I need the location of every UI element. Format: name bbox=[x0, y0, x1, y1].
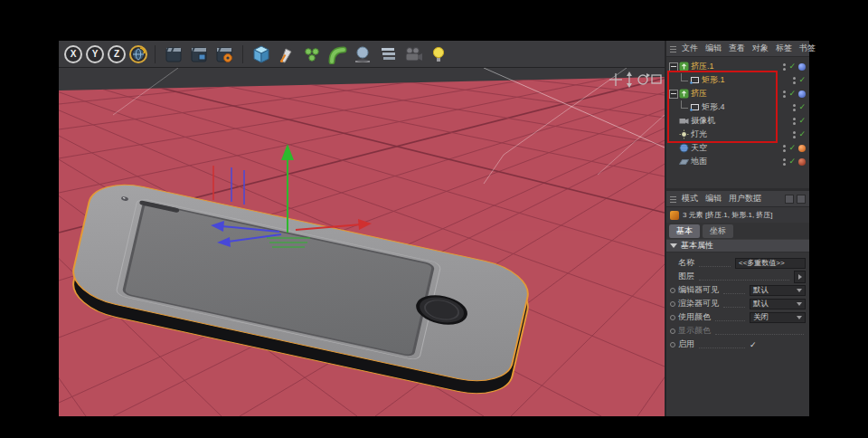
visibility-dots[interactable] bbox=[793, 118, 796, 125]
render-picture-viewer-button[interactable] bbox=[188, 43, 210, 65]
prop-label: 图层 bbox=[678, 271, 694, 282]
menu-objects[interactable]: 对象 bbox=[749, 43, 772, 54]
child-connector bbox=[681, 73, 688, 81]
prop-label: 使用颜色 bbox=[678, 311, 711, 323]
visibility-dots[interactable] bbox=[783, 90, 786, 98]
render-view-icon bbox=[164, 44, 184, 64]
z-axis-lock-button[interactable]: Z bbox=[108, 45, 126, 63]
visibility-dots[interactable] bbox=[783, 158, 786, 166]
x-axis-lock-button[interactable]: X bbox=[64, 45, 82, 63]
object-manager-menu: 文件 编辑 查看 对象 标签 书签 bbox=[666, 41, 809, 57]
visibility-dots[interactable] bbox=[793, 77, 796, 84]
render-view-button[interactable] bbox=[163, 43, 184, 65]
camera-tool-button[interactable] bbox=[402, 43, 424, 65]
right-panel: 文件 编辑 查看 对象 标签 书签 挤压.1 ✓ bbox=[665, 41, 809, 416]
keyframe-dot[interactable] bbox=[670, 315, 675, 320]
menu-mode[interactable]: 模式 bbox=[678, 193, 702, 205]
enabled-check-icon[interactable]: ✓ bbox=[798, 76, 806, 84]
blinds-icon bbox=[378, 44, 398, 64]
add-cube-button[interactable] bbox=[250, 43, 272, 65]
prop-row-renderer-visibility: 渲染器可见 默认 bbox=[670, 297, 806, 310]
object-row-camera[interactable]: 摄像机 ✓ bbox=[666, 114, 809, 128]
renderer-visibility-dropdown[interactable]: 默认 bbox=[750, 299, 806, 309]
prop-label: 渲染器可见 bbox=[678, 298, 719, 309]
attribute-tabs: 基本 坐标 bbox=[666, 223, 809, 239]
keyframe-dot[interactable] bbox=[670, 342, 675, 348]
phong-tag-icon[interactable] bbox=[798, 63, 806, 71]
keyframe-dot[interactable] bbox=[670, 328, 675, 334]
prop-row-display-color: 显示颜色 bbox=[670, 324, 806, 338]
prop-label: 名称 bbox=[678, 257, 694, 269]
object-label: 地面 bbox=[691, 156, 707, 167]
enabled-check-icon[interactable]: ✓ bbox=[798, 103, 806, 111]
keyframe-dot[interactable] bbox=[670, 301, 675, 307]
menu-user-data[interactable]: 用户数据 bbox=[725, 193, 765, 205]
enabled-check-icon[interactable]: ✓ bbox=[788, 62, 796, 71]
enabled-check-icon[interactable]: ✓ bbox=[788, 90, 796, 98]
properties-list: 名称 <<多重数值>> 图层 编辑器可见 默认 渲染器可见 默认 bbox=[666, 252, 809, 351]
section-basic-properties[interactable]: 基本属性 bbox=[666, 239, 809, 252]
menu-edit-attr[interactable]: 编辑 bbox=[702, 193, 725, 205]
sky-button[interactable] bbox=[377, 43, 399, 65]
spline-object-icon bbox=[689, 102, 700, 112]
section-collapse-icon bbox=[670, 243, 677, 248]
layer-picker-button[interactable] bbox=[794, 271, 806, 283]
z-axis-label: Z bbox=[114, 49, 119, 59]
bend-icon bbox=[327, 44, 347, 64]
enabled-check-icon[interactable]: ✓ bbox=[788, 157, 796, 166]
object-row-rect-4[interactable]: 矩形.4 ✓ bbox=[666, 100, 809, 114]
visibility-dots[interactable] bbox=[793, 131, 796, 138]
name-input[interactable]: <<多重数值>> bbox=[735, 258, 806, 269]
coordinate-system-button[interactable] bbox=[129, 45, 147, 63]
object-row-light[interactable]: 灯光 ✓ bbox=[666, 128, 809, 141]
light-tool-button[interactable] bbox=[428, 43, 449, 65]
lock-icon[interactable] bbox=[785, 195, 794, 204]
y-axis-lock-button[interactable]: Y bbox=[86, 45, 104, 63]
object-label: 挤压.1 bbox=[691, 61, 714, 72]
render-settings-button[interactable] bbox=[213, 43, 235, 65]
tab-basic[interactable]: 基本 bbox=[669, 224, 700, 238]
menu-file[interactable]: 文件 bbox=[678, 43, 702, 54]
editor-visibility-dropdown[interactable]: 默认 bbox=[750, 285, 806, 296]
visibility-dots[interactable] bbox=[793, 104, 796, 111]
deformer-button[interactable] bbox=[326, 43, 348, 65]
viewport-3d[interactable] bbox=[59, 68, 665, 416]
selection-info-bar: 3 元素 [挤压.1, 矩形.1, 挤压] bbox=[666, 207, 809, 223]
history-icon[interactable] bbox=[797, 195, 806, 204]
panel-grip-icon[interactable] bbox=[670, 195, 676, 203]
keyframe-dot[interactable] bbox=[670, 288, 675, 293]
enabled-checkbox[interactable]: ✓ bbox=[750, 340, 806, 349]
visibility-dots[interactable] bbox=[783, 145, 786, 152]
toolbar-separator bbox=[242, 45, 243, 63]
material-tag-icon[interactable] bbox=[798, 145, 806, 152]
generator-icon bbox=[302, 44, 322, 64]
object-row-floor[interactable]: 地面 ✓ bbox=[666, 155, 809, 168]
visibility-dots[interactable] bbox=[783, 63, 786, 71]
enabled-check-icon[interactable]: ✓ bbox=[798, 130, 806, 138]
use-color-dropdown[interactable]: 关闭 bbox=[750, 312, 806, 323]
prop-label: 启用 bbox=[678, 338, 694, 350]
object-row-extrude[interactable]: 挤压 ✓ bbox=[666, 87, 809, 100]
environment-button[interactable] bbox=[352, 43, 373, 65]
object-row-rect-1[interactable]: 矩形.1 ✓ bbox=[666, 73, 809, 87]
enabled-check-icon[interactable]: ✓ bbox=[798, 117, 806, 125]
pen-icon bbox=[277, 44, 297, 64]
section-title: 基本属性 bbox=[681, 240, 713, 252]
generator-button[interactable] bbox=[301, 43, 323, 65]
menu-edit[interactable]: 编辑 bbox=[702, 43, 725, 54]
material-tag-icon[interactable] bbox=[798, 158, 806, 166]
collapse-icon[interactable] bbox=[669, 90, 678, 99]
menu-bookmarks[interactable]: 书签 bbox=[796, 43, 819, 54]
menu-tags[interactable]: 标签 bbox=[772, 43, 796, 54]
enabled-check-icon[interactable]: ✓ bbox=[788, 144, 796, 152]
object-row-extrude-1[interactable]: 挤压.1 ✓ bbox=[666, 60, 809, 73]
collapse-icon[interactable] bbox=[669, 62, 678, 71]
object-row-sky[interactable]: 天空 ✓ bbox=[666, 141, 809, 155]
spline-pen-button[interactable] bbox=[276, 43, 297, 65]
floor-object-icon bbox=[678, 157, 689, 167]
object-label: 灯光 bbox=[691, 129, 707, 140]
tab-coordinates[interactable]: 坐标 bbox=[703, 224, 733, 238]
phong-tag-icon[interactable] bbox=[798, 90, 806, 98]
panel-grip-icon[interactable] bbox=[670, 44, 676, 52]
menu-view[interactable]: 查看 bbox=[725, 43, 749, 54]
